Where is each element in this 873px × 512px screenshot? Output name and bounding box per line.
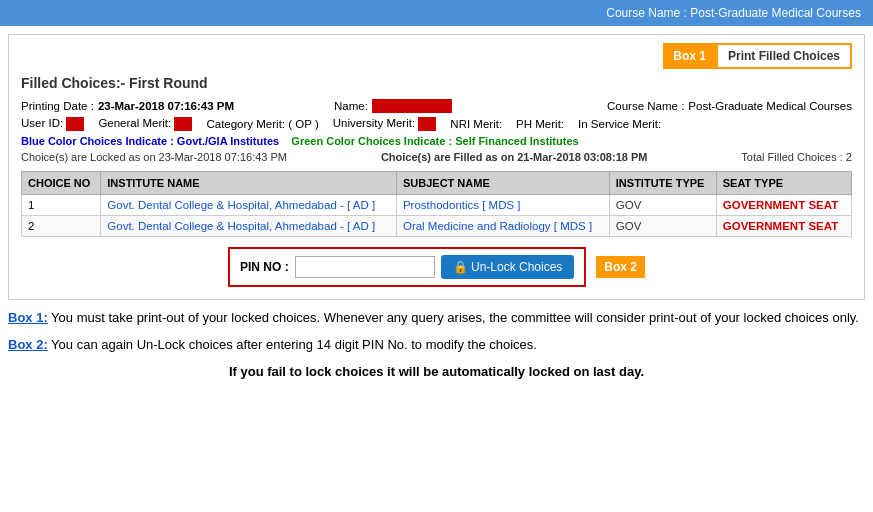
university-merit-redacted <box>418 117 436 131</box>
course-name-value: Post-Graduate Medical Courses <box>688 100 852 112</box>
box2-badge: Box 2 <box>596 256 645 278</box>
category-merit-value: ( OP ) <box>288 118 318 130</box>
box1-ref: Box 1: <box>8 310 48 325</box>
note-box2: Box 2: You can again Un-Lock choices aft… <box>8 335 865 356</box>
color-legend: Blue Color Choices Indicate : Govt./GIA … <box>21 135 852 147</box>
general-merit-label: General Merit: <box>98 117 171 129</box>
user-id-group: User ID: <box>21 117 84 131</box>
subject-link[interactable]: Prosthodontics [ MDS ] <box>403 199 521 211</box>
main-panel: Box 1 Print Filled Choices Filled Choice… <box>8 34 865 300</box>
course-name-topbar: Course Name : Post-Graduate Medical Cour… <box>606 6 861 20</box>
printing-date-group: Printing Date : 23-Mar-2018 07:16:43 PM <box>21 99 234 113</box>
lock-left: Choice(s) are Locked as on 23-Mar-2018 0… <box>21 151 287 163</box>
cell-seat-type: GOVERNMENT SEAT <box>716 195 851 216</box>
name-label: Name: <box>334 100 368 112</box>
ph-merit-label: PH Merit: <box>516 118 564 130</box>
table-row: 1Govt. Dental College & Hospital, Ahmeda… <box>22 195 852 216</box>
general-merit-group: General Merit: <box>98 117 192 131</box>
total-filled: Total Filled Choices : 2 <box>741 151 852 163</box>
category-merit-label: Category Merit: <box>206 118 285 130</box>
user-id-label: User ID: <box>21 117 63 129</box>
university-merit-label: University Merit: <box>333 117 415 129</box>
nri-merit-label: NRI Merit: <box>450 118 502 130</box>
blue-legend: Blue Color Choices Indicate : Govt./GIA … <box>21 135 279 147</box>
course-name-group: Course Name : Post-Graduate Medical Cour… <box>607 99 852 113</box>
cell-institute-type: GOV <box>609 195 716 216</box>
box1-text: You must take print-out of your locked c… <box>48 310 859 325</box>
pin-box: PIN NO : 🔒 Un-Lock Choices <box>228 247 586 287</box>
pin-input[interactable] <box>295 256 435 278</box>
printing-date-label: Printing Date : <box>21 100 94 112</box>
cell-choice-no: 2 <box>22 216 101 237</box>
institute-link[interactable]: Govt. Dental College & Hospital, Ahmedab… <box>107 220 375 232</box>
box2-text: You can again Un-Lock choices after ente… <box>48 337 537 352</box>
in-service-merit-group: In Service Merit: <box>578 118 661 130</box>
nri-merit-group: NRI Merit: <box>450 118 502 130</box>
page-title: Filled Choices:- First Round <box>21 75 852 91</box>
col-seat-type: SEAT TYPE <box>716 172 851 195</box>
cell-institute-type: GOV <box>609 216 716 237</box>
col-institute-type: INSTITUTE TYPE <box>609 172 716 195</box>
box1-badge: Box 1 <box>663 43 716 69</box>
choices-table: Choice No INSTITUTE NAME SUBJECT NAME IN… <box>21 171 852 237</box>
cell-seat-type: GOVERNMENT SEAT <box>716 216 851 237</box>
institute-link[interactable]: Govt. Dental College & Hospital, Ahmedab… <box>107 199 375 211</box>
cell-institute-name[interactable]: Govt. Dental College & Hospital, Ahmedab… <box>101 216 397 237</box>
merit-row: User ID: General Merit: Category Merit: … <box>21 117 852 131</box>
course-name-label: Course Name : <box>607 100 684 112</box>
print-filled-choices-button[interactable]: Print Filled Choices <box>716 43 852 69</box>
cell-institute-name[interactable]: Govt. Dental College & Hospital, Ahmedab… <box>101 195 397 216</box>
col-choice-no: Choice No <box>22 172 101 195</box>
printing-date-value: 23-Mar-2018 07:16:43 PM <box>98 100 234 112</box>
cell-subject-name[interactable]: Oral Medicine and Radiology [ MDS ] <box>396 216 609 237</box>
unlock-choices-button[interactable]: 🔒 Un-Lock Choices <box>441 255 575 279</box>
col-institute-name: INSTITUTE NAME <box>101 172 397 195</box>
unlock-section: PIN NO : 🔒 Un-Lock Choices Box 2 <box>21 247 852 287</box>
table-row: 2Govt. Dental College & Hospital, Ahmeda… <box>22 216 852 237</box>
university-merit-group: University Merit: <box>333 117 437 131</box>
final-note: If you fail to lock choices it will be a… <box>8 362 865 383</box>
ph-merit-group: PH Merit: <box>516 118 564 130</box>
top-bar: Course Name : Post-Graduate Medical Cour… <box>0 0 873 26</box>
box2-ref: Box 2: <box>8 337 48 352</box>
note-box1: Box 1: You must take print-out of your l… <box>8 308 865 329</box>
in-service-merit-label: In Service Merit: <box>578 118 661 130</box>
lock-info: Choice(s) are Locked as on 23-Mar-2018 0… <box>21 151 852 163</box>
name-group: Name: <box>334 99 452 113</box>
cell-subject-name[interactable]: Prosthodontics [ MDS ] <box>396 195 609 216</box>
cell-choice-no: 1 <box>22 195 101 216</box>
notes-section: Box 1: You must take print-out of your l… <box>8 308 865 382</box>
table-header-row: Choice No INSTITUTE NAME SUBJECT NAME IN… <box>22 172 852 195</box>
pin-label: PIN NO : <box>240 260 289 274</box>
user-id-redacted <box>66 117 84 131</box>
toolbar: Box 1 Print Filled Choices <box>21 43 852 69</box>
general-merit-redacted <box>174 117 192 131</box>
info-row-1: Printing Date : 23-Mar-2018 07:16:43 PM … <box>21 99 852 113</box>
col-subject-name: SUBJECT NAME <box>396 172 609 195</box>
subject-link[interactable]: Oral Medicine and Radiology [ MDS ] <box>403 220 592 232</box>
name-redacted <box>372 99 452 113</box>
green-legend: Green Color Choices Indicate : Self Fina… <box>291 135 578 147</box>
category-merit-group: Category Merit: ( OP ) <box>206 118 318 130</box>
lock-center: Choice(s) are Filled as on 21-Mar-2018 0… <box>381 151 648 163</box>
